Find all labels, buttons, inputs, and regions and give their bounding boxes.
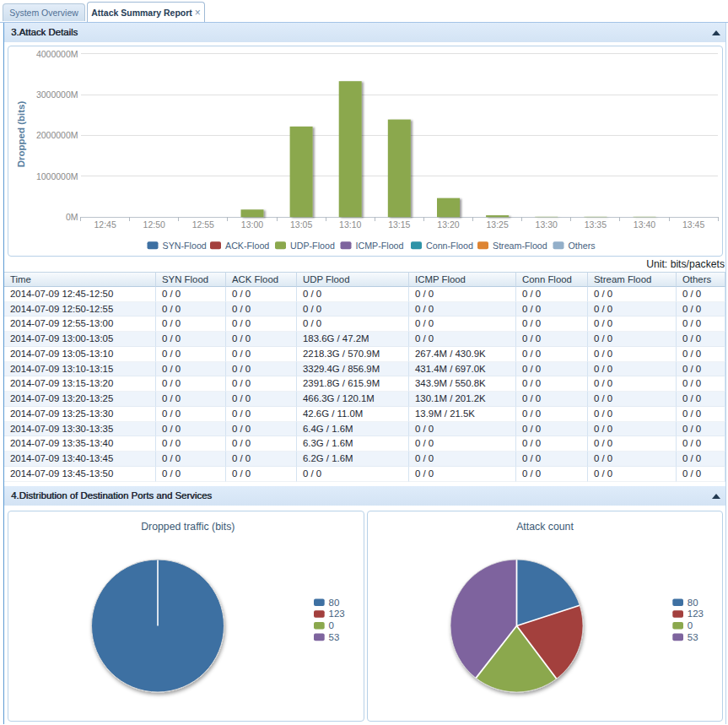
- svg-text:13:05: 13:05: [290, 219, 312, 230]
- svg-text:4000000M: 4000000M: [36, 49, 78, 59]
- svg-text:UDP-Flood: UDP-Flood: [290, 241, 335, 251]
- svg-text:80: 80: [688, 598, 698, 608]
- svg-text:13:15: 13:15: [388, 219, 410, 230]
- svg-text:Dropped (bits): Dropped (bits): [16, 101, 26, 168]
- svg-text:3000000M: 3000000M: [36, 89, 78, 100]
- svg-text:123: 123: [688, 609, 704, 619]
- svg-text:13:20: 13:20: [437, 219, 459, 230]
- svg-text:13:30: 13:30: [536, 219, 558, 230]
- svg-text:ACK-Flood: ACK-Flood: [225, 241, 269, 251]
- svg-text:13:45: 13:45: [682, 219, 704, 230]
- svg-text:2000000M: 2000000M: [36, 130, 78, 140]
- svg-text:12:55: 12:55: [192, 219, 214, 230]
- svg-text:13:25: 13:25: [486, 219, 508, 230]
- svg-text:0: 0: [688, 620, 693, 630]
- svg-text:123: 123: [329, 609, 345, 619]
- svg-text:Stream-Flood: Stream-Flood: [493, 241, 547, 251]
- svg-text:13:00: 13:00: [241, 219, 263, 230]
- svg-text:Dropped traffic (bits): Dropped traffic (bits): [141, 521, 235, 533]
- svg-text:80: 80: [329, 598, 340, 608]
- svg-text:Others: Others: [569, 241, 596, 251]
- svg-text:ICMP-Flood: ICMP-Flood: [356, 241, 404, 251]
- svg-text:53: 53: [688, 632, 698, 642]
- svg-text:SYN-Flood: SYN-Flood: [163, 241, 207, 251]
- svg-text:12:45: 12:45: [94, 219, 116, 230]
- svg-text:0: 0: [329, 620, 334, 630]
- svg-text:53: 53: [329, 632, 340, 642]
- svg-text:12:50: 12:50: [143, 219, 165, 230]
- svg-text:13:35: 13:35: [585, 219, 607, 230]
- svg-text:13:40: 13:40: [634, 219, 655, 230]
- svg-text:1000000M: 1000000M: [36, 171, 78, 181]
- svg-text:Attack count: Attack count: [516, 521, 574, 533]
- svg-text:Conn-Flood: Conn-Flood: [426, 241, 473, 251]
- svg-text:0M: 0M: [66, 212, 78, 222]
- svg-text:13:10: 13:10: [339, 219, 361, 230]
